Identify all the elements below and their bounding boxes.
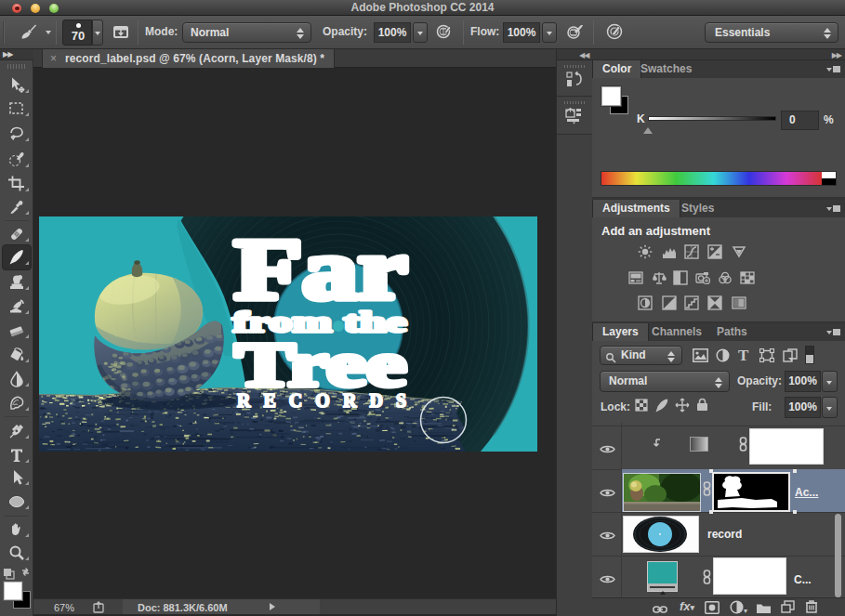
svg-text:Far: Far xyxy=(234,221,407,317)
svg-text:Tree: Tree xyxy=(235,331,407,400)
